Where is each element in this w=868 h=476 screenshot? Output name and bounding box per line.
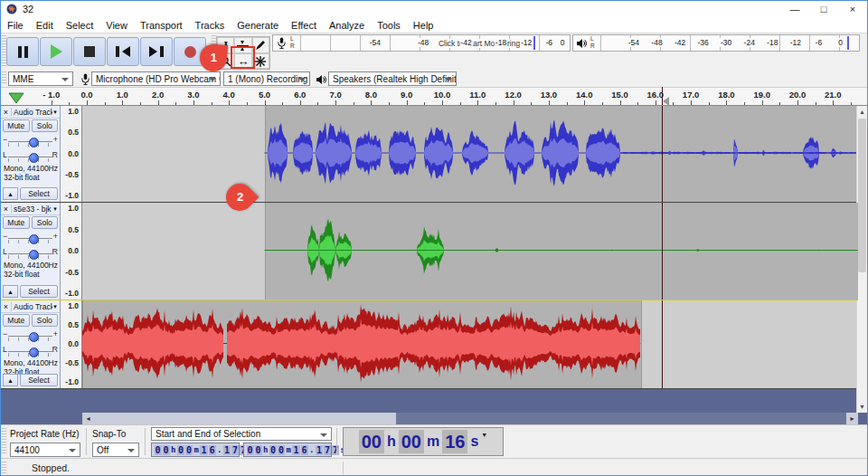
- menu-edit[interactable]: Edit: [30, 17, 60, 33]
- toolbar-grip[interactable]: [1, 71, 7, 85]
- menu-file[interactable]: File: [1, 17, 30, 33]
- waveform-canvas[interactable]: [82, 203, 858, 300]
- horizontal-scrollbar[interactable]: ◂ ▸: [1, 413, 867, 424]
- pan-slider[interactable]: LR: [8, 345, 52, 358]
- track-3[interactable]: ×Audio Track▼MuteSolo−+LRMono, 44100Hz32…: [1, 300, 858, 389]
- collapse-track-button[interactable]: ▲: [3, 374, 18, 386]
- menu-transport[interactable]: Transport: [134, 17, 189, 33]
- slider-thumb[interactable]: [29, 332, 39, 342]
- solo-button[interactable]: Solo: [32, 314, 59, 327]
- time-digit[interactable]: 0: [247, 445, 254, 455]
- track-1[interactable]: ×Audio Track▼MuteSolo−+LRMono, 44100Hz32…: [1, 106, 858, 203]
- track-name[interactable]: Audio Track: [12, 108, 52, 117]
- selection-mode-select[interactable]: Start and End of Selection: [151, 427, 332, 441]
- time-unit[interactable]: .: [309, 445, 314, 454]
- maximize-button[interactable]: □: [809, 1, 838, 17]
- slider-thumb[interactable]: [29, 250, 39, 260]
- close-track-button[interactable]: ×: [1, 108, 12, 117]
- time-digit[interactable]: 1: [223, 445, 231, 455]
- time-digit[interactable]: 0: [177, 445, 184, 455]
- audio-host-select[interactable]: MME: [8, 71, 73, 86]
- select-track-button[interactable]: Select: [20, 187, 58, 200]
- gain-slider[interactable]: −+: [8, 329, 52, 343]
- pan-slider[interactable]: LR: [8, 247, 52, 261]
- scrollbar-groove[interactable]: [396, 413, 846, 424]
- menu-tracks[interactable]: Tracks: [189, 17, 231, 33]
- track-2[interactable]: ×s5e33 - bjk▼MuteSolo−+LRMono, 44100Hz32…: [1, 203, 858, 300]
- scrollbar-thumb[interactable]: [94, 413, 396, 424]
- close-track-button[interactable]: ×: [1, 205, 12, 214]
- scroll-left-arrow[interactable]: ◂: [82, 413, 94, 424]
- time-unit[interactable]: h: [263, 445, 268, 454]
- recording-channels-select[interactable]: 1 (Mono) Recording Chann: [223, 71, 310, 86]
- slider-thumb[interactable]: [29, 153, 39, 163]
- stop-button[interactable]: [73, 37, 106, 66]
- time-digit[interactable]: 0: [155, 445, 162, 455]
- menu-generate[interactable]: Generate: [231, 17, 285, 33]
- collapse-track-button[interactable]: ▲: [3, 187, 18, 200]
- time-digit-group[interactable]: 00: [399, 430, 424, 453]
- scroll-down-arrow[interactable]: ▼: [857, 401, 867, 413]
- time-digit[interactable]: 0: [269, 445, 277, 455]
- menu-analyze[interactable]: Analyze: [323, 17, 371, 33]
- gain-slider[interactable]: −+: [8, 232, 52, 245]
- mute-button[interactable]: Mute: [3, 119, 30, 132]
- menu-select[interactable]: Select: [60, 17, 100, 33]
- time-unit[interactable]: m: [287, 445, 291, 454]
- time-digit[interactable]: 0: [278, 445, 285, 455]
- project-rate-select[interactable]: 44100: [10, 443, 80, 457]
- time-digit[interactable]: 7: [231, 445, 239, 455]
- playback-device-select[interactable]: Speakers (Realtek High Definiti: [328, 71, 457, 86]
- timeline-ruler[interactable]: - 1.00.01.02.03.04.05.06.07.08.09.010.01…: [1, 88, 867, 106]
- chevron-down-icon[interactable]: ▼: [481, 432, 487, 438]
- scrollbar-thumb[interactable]: [858, 119, 866, 272]
- skip-to-start-button[interactable]: [107, 37, 139, 66]
- time-digit[interactable]: 6: [209, 445, 216, 455]
- slider-thumb[interactable]: [29, 234, 39, 244]
- menu-tools[interactable]: Tools: [371, 17, 407, 33]
- menu-help[interactable]: Help: [407, 17, 440, 33]
- time-digit[interactable]: 1: [316, 445, 323, 455]
- audio-position-display[interactable]: 00h00m16s▼: [343, 427, 504, 456]
- selection-start-field[interactable]: 00h00m16.177s▼: [151, 443, 240, 457]
- menu-view[interactable]: View: [99, 17, 134, 33]
- time-digit[interactable]: 0: [163, 445, 170, 455]
- time-digit[interactable]: 0: [185, 445, 193, 455]
- selection-end-field[interactable]: 00h00m16.177s▼: [243, 443, 332, 457]
- gain-slider[interactable]: −+: [8, 135, 52, 148]
- pan-slider[interactable]: LR: [8, 150, 52, 164]
- time-unit[interactable]: m: [194, 445, 199, 454]
- skip-to-end-button[interactable]: [140, 37, 173, 66]
- scroll-up-arrow[interactable]: ▲: [857, 106, 867, 118]
- track-name[interactable]: s5e33 - bjk: [12, 205, 52, 214]
- pause-button[interactable]: [6, 37, 39, 66]
- time-digit-group[interactable]: 00: [359, 430, 384, 453]
- waveform-canvas[interactable]: [82, 300, 858, 388]
- solo-button[interactable]: Solo: [32, 119, 59, 132]
- close-track-button[interactable]: ×: [1, 302, 12, 311]
- time-digit[interactable]: 1: [292, 445, 299, 455]
- slider-thumb[interactable]: [29, 347, 39, 357]
- time-digit[interactable]: 7: [324, 445, 331, 455]
- title-bar[interactable]: 32 — □ ×: [1, 1, 867, 17]
- time-digit-group[interactable]: 16: [442, 430, 467, 453]
- track-name[interactable]: Audio Track: [12, 302, 52, 311]
- time-digit[interactable]: 6: [301, 445, 308, 455]
- play-button[interactable]: [40, 37, 72, 66]
- menu-effect[interactable]: Effect: [285, 17, 323, 33]
- snap-to-select[interactable]: Off: [92, 443, 139, 457]
- scroll-right-arrow[interactable]: ▸: [846, 413, 858, 424]
- mute-button[interactable]: Mute: [3, 216, 30, 229]
- time-digit[interactable]: 0: [255, 445, 262, 455]
- time-unit[interactable]: h: [171, 445, 175, 454]
- slider-thumb[interactable]: [29, 138, 39, 148]
- recording-meter[interactable]: LR Click to Start Monitoring -54-48-42-1…: [272, 34, 571, 52]
- select-track-button[interactable]: Select: [20, 374, 58, 386]
- waveform-canvas[interactable]: [82, 106, 858, 202]
- select-track-button[interactable]: Select: [20, 285, 58, 298]
- close-button[interactable]: ×: [838, 1, 867, 17]
- recording-device-select[interactable]: Microphone (HD Pro Webcam C920): [91, 71, 221, 86]
- time-digit[interactable]: 1: [200, 445, 207, 455]
- toolbar-grip[interactable]: [1, 428, 7, 455]
- solo-button[interactable]: Solo: [32, 216, 59, 229]
